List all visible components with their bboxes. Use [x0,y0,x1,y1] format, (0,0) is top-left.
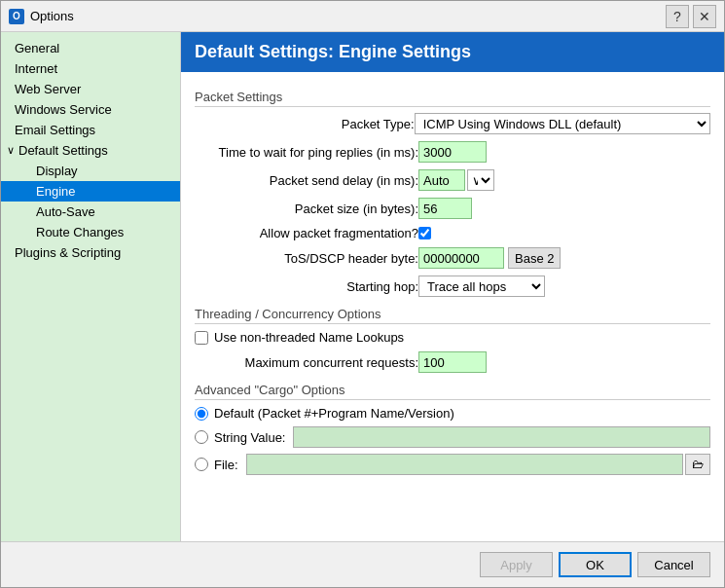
content-body: Packet Settings Packet Type: ICMP Using … [181,72,724,541]
cargo-string-row: String Value: [195,426,710,448]
time-wait-row: Time to wait for ping replies (in ms): [195,141,710,163]
app-icon: O [9,9,24,24]
sidebar-item-windowsservice[interactable]: Windows Service [1,99,180,120]
packet-size-input[interactable] [418,198,472,219]
base2-button[interactable]: Base 2 [508,247,561,269]
tos-dscp-label: ToS/DSCP header byte: [195,251,418,266]
max-concurrent-input[interactable] [418,351,487,373]
packet-delay-row: Packet send delay (in ms): ∨ [195,169,710,191]
cargo-default-radio[interactable] [195,407,208,421]
sidebar-item-emailsettings[interactable]: Email Settings [1,120,180,140]
non-threaded-label: Use non-threaded Name Lookups [214,330,404,345]
packet-size-row: Packet size (in bytes): [195,198,710,219]
non-threaded-row: Use non-threaded Name Lookups [195,330,710,345]
packet-type-select[interactable]: ICMP Using Windows DLL (default) ICMP Us… [415,113,710,134]
cargo-default-row: Default (Packet #+Program Name/Version) [195,406,710,421]
starting-hop-row: Starting hop: Trace all hops 1 2 3 5 10 [195,276,710,297]
sidebar: General Internet Web Server Windows Serv… [1,32,181,541]
cargo-file-radio[interactable] [195,458,208,471]
cargo-default-label: Default (Packet #+Program Name/Version) [214,406,454,421]
sidebar-item-autosave[interactable]: Auto-Save [1,202,180,222]
starting-hop-select[interactable]: Trace all hops 1 2 3 5 10 [418,276,545,297]
sidebar-item-defaultsettings[interactable]: ∨ Default Settings [1,140,180,161]
cargo-file-row: File: 🗁 [195,454,710,475]
packet-delay-select[interactable]: ∨ [467,169,494,191]
footer-buttons: Apply OK Cancel [1,541,724,587]
allow-frag-row: Allow packet fragmentation? [195,226,710,240]
packet-delay-label: Packet send delay (in ms): [195,173,418,188]
options-dialog: O Options ? ✕ General Internet Web Serve… [0,0,725,588]
non-threaded-checkbox[interactable] [195,331,208,345]
cargo-file-input[interactable] [246,454,683,475]
sidebar-item-internet[interactable]: Internet [1,58,180,79]
allow-frag-checkbox[interactable] [418,227,431,239]
threading-section-label: Threading / Concurrency Options [195,307,710,324]
packet-size-label: Packet size (in bytes): [195,202,418,216]
sidebar-item-plugins[interactable]: Plugins & Scripting [1,242,180,263]
content-header: Default Settings: Engine Settings [181,32,724,72]
expand-arrow: ∨ [7,144,15,157]
packet-type-row: Packet Type: ICMP Using Windows DLL (def… [195,113,710,134]
sidebar-item-webserver[interactable]: Web Server [1,79,180,99]
allow-frag-label: Allow packet fragmentation? [195,226,418,240]
cargo-string-label: String Value: [214,430,285,445]
time-wait-input[interactable] [418,141,487,163]
title-bar-buttons: ? ✕ [666,5,716,28]
apply-button[interactable]: Apply [480,552,553,577]
title-bar: O Options ? ✕ [1,1,724,32]
close-button[interactable]: ✕ [693,5,716,28]
file-browse-button[interactable]: 🗁 [685,454,710,475]
max-concurrent-label: Maximum concurrent requests: [195,355,418,370]
tos-dscp-row: ToS/DSCP header byte: Base 2 [195,247,710,269]
dialog-body: General Internet Web Server Windows Serv… [1,32,724,541]
max-concurrent-row: Maximum concurrent requests: [195,351,710,373]
packet-settings-label: Packet Settings [195,90,710,107]
page-title: Default Settings: Engine Settings [195,42,471,61]
cargo-string-radio[interactable] [195,430,208,444]
help-button[interactable]: ? [666,5,689,28]
sidebar-item-display[interactable]: Display [1,161,180,181]
ok-button[interactable]: OK [559,552,632,577]
starting-hop-label: Starting hop: [195,279,418,294]
cancel-button[interactable]: Cancel [637,552,710,577]
packet-type-label: Packet Type: [195,117,415,131]
sidebar-item-routechanges[interactable]: Route Changes [1,222,180,242]
time-wait-label: Time to wait for ping replies (in ms): [195,145,418,160]
dialog-title: Options [30,9,666,23]
cargo-file-label: File: [214,458,238,472]
cargo-string-input[interactable] [293,426,710,448]
sidebar-item-general[interactable]: General [1,38,180,58]
folder-icon: 🗁 [692,458,704,471]
main-content: Default Settings: Engine Settings Packet… [181,32,724,541]
packet-delay-input[interactable] [418,169,465,191]
tos-dscp-input[interactable] [418,247,504,269]
sidebar-item-engine[interactable]: Engine [1,181,180,202]
cargo-section-label: Advanced "Cargo" Options [195,383,710,400]
